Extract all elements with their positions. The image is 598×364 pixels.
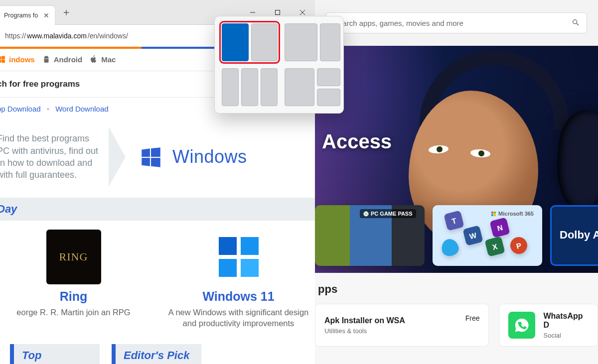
windows-logo-icon [139,144,163,169]
powerpoint-icon: P [508,235,529,255]
svg-rect-5 [241,237,259,255]
teams-icon: T [444,210,464,231]
new-tab-button[interactable]: ＋ [58,4,75,21]
browser-tab[interactable]: Programs fo ✕ [0,6,55,25]
snap-zone[interactable] [320,23,340,61]
quicklink-app[interactable]: pp Download [0,105,41,113]
snap-layout-thirds[interactable] [222,68,278,106]
word-icon: W [462,225,483,245]
svg-rect-7 [241,259,259,277]
card-title: Ring [60,289,88,304]
snap-zone[interactable] [285,23,317,61]
snap-zone[interactable] [261,68,278,106]
url-path: /en/windows/ [88,32,128,40]
svg-point-8 [573,19,577,23]
snap-zone[interactable] [241,68,258,106]
snap-zone[interactable] [317,89,340,107]
tile-dolby[interactable]: Dolby Ac [550,205,598,266]
hero-tiles: PC GAME PASS Microsoft 365 T W N X P [315,205,598,266]
quicklink-word[interactable]: Word Download [55,105,108,113]
tab-editors-pick[interactable]: Editor's Pick [112,344,201,364]
store-hero[interactable]: Access PC GAME PASS Microsoft 365 T W N [315,46,598,273]
snap-zone[interactable] [317,68,340,86]
platform-mac-label: Mac [101,55,116,64]
snap-layout-wide-narrow[interactable] [285,23,340,61]
app-card-whatsapp[interactable]: WhatsApp D Social [499,304,598,347]
svg-line-9 [577,23,579,25]
onenote-icon: N [489,217,510,238]
snap-zone-selected[interactable] [222,23,249,61]
app-price: Free [465,314,480,322]
url-host: www.malavida.com [27,32,87,40]
snap-layouts-popup [214,16,344,114]
snap-layout-half-half[interactable] [222,23,278,61]
close-tab-icon[interactable]: ✕ [43,12,50,19]
store-search[interactable]: Search apps, games, movies and more [326,12,587,33]
card-title: Windows 11 [202,289,274,304]
svg-rect-1 [276,10,280,14]
slogan-text: Find the best programs PC with antivirus… [0,132,102,181]
tab-title: Programs fo [4,12,38,19]
app-category: Utilities & tools [324,327,457,335]
excel-icon: X [484,236,505,256]
snap-zone[interactable] [222,68,239,106]
card-desc: A new Windows with significant design an… [162,307,315,329]
windows11-thumb [211,230,266,284]
svg-rect-4 [219,237,237,255]
apps-heading: pps [318,283,598,296]
tab-top[interactable]: Top [10,344,100,364]
day-cards: RING Ring eorge R. R. Martin join an RPG… [0,221,315,329]
platform-windows[interactable]: indows [0,55,35,64]
bottom-tabs: Top Editor's Pick [10,344,315,364]
card-windows11[interactable]: Windows 11 A new Windows with significan… [162,230,315,329]
section-day: Day [0,198,315,221]
app-card-apk[interactable]: Apk Installer on WSA Utilities & tools F… [315,304,489,347]
hero-title: Access [322,130,392,153]
gamepass-badge: PC GAME PASS [360,209,416,218]
svg-rect-6 [219,259,237,277]
snap-layout-left-stack[interactable] [285,68,340,106]
store-header: Search apps, games, movies and more [315,0,598,46]
app-category: Social [543,332,589,339]
app-name: Apk Installer on WSA [324,316,457,325]
app-name: WhatsApp D [543,312,589,330]
snap-zone[interactable] [285,68,314,106]
ms-store-window: Search apps, games, movies and more Acce… [315,0,598,364]
store-apps-section: pps Apk Installer on WSA Utilities & too… [315,273,598,364]
platform-android-label: Android [54,55,83,64]
search-icon[interactable] [572,18,580,28]
tile-dolby-title: Dolby Ac [560,229,598,242]
site-search-label: ch for free programs [0,79,80,89]
platform-mac[interactable]: Mac [89,55,116,64]
windows-icon [0,55,6,64]
platform-windows-label: indows [9,55,35,64]
windows-heading: Windows [139,144,247,169]
tile-m365[interactable]: Microsoft 365 T W N X P [433,205,542,266]
xbox-icon [363,211,369,217]
windows11-icon [215,233,263,281]
app-cards: Apk Installer on WSA Utilities & tools F… [315,304,598,347]
elden-ring-thumb: RING [46,230,101,284]
url-scheme: https:// [5,32,26,40]
hero-row: Find the best programs PC with antivirus… [0,127,315,187]
card-desc: eorge R. R. Martin join an RPG [16,307,130,318]
platform-android[interactable]: Android [42,55,83,64]
card-elden-ring[interactable]: RING Ring eorge R. R. Martin join an RPG [0,230,150,329]
windows-heading-label: Windows [172,146,247,167]
whatsapp-icon [508,312,535,339]
apple-icon [89,55,98,64]
bullet-icon: • [47,105,49,113]
android-icon [42,55,51,64]
onedrive-icon [440,237,460,257]
arrow-icon [109,127,126,187]
snap-zone[interactable] [251,23,278,61]
tile-gamepass[interactable]: PC GAME PASS [315,205,425,266]
office-icons: T W N X P [433,205,542,266]
store-search-placeholder: Search apps, games, movies and more [333,19,463,27]
